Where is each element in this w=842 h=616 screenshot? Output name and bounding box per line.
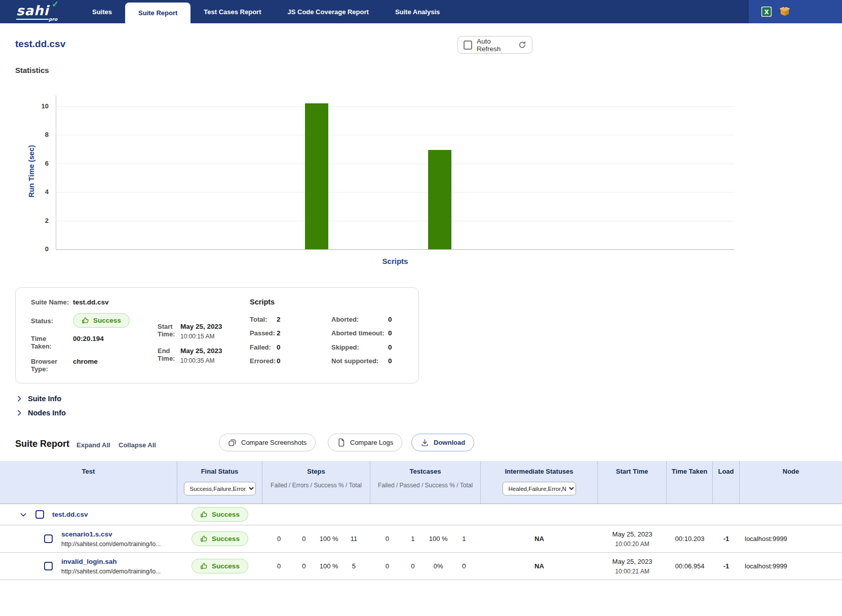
suite-name-value: test.dd.csv — [73, 298, 109, 306]
compare-screenshots-label: Compare Screenshots — [241, 439, 307, 446]
navbar-right: X — [749, 0, 842, 23]
collapse-all-link[interactable]: Collapse All — [119, 441, 156, 449]
expand-all-link[interactable]: Expand All — [76, 441, 110, 449]
suite-row-checkbox[interactable] — [35, 510, 44, 519]
y-tick-label: 2 — [0, 217, 49, 224]
intermediate-status: NA — [534, 535, 544, 543]
load-cell: -1 — [723, 535, 730, 543]
download-label: Download — [434, 439, 465, 446]
download-button[interactable]: Download — [411, 434, 474, 451]
final-status-filter-select[interactable]: Success,Failure,Error,A — [184, 482, 256, 495]
compare-logs-icon — [337, 438, 346, 447]
stat-passed-value: 2 — [277, 329, 281, 337]
suite-report-page: sahi ✓ pro Suites Suite Report Test Case… — [0, 0, 842, 616]
col-header-start-time: Start Time — [598, 461, 667, 504]
compare-logs-label: Compare Logs — [350, 439, 393, 446]
tab-suites[interactable]: Suites — [79, 0, 125, 23]
table-row-script: invalid_login.sah http://sahitest.com/de… — [0, 553, 842, 580]
thumbs-up-icon — [200, 562, 208, 570]
stat-failed-value: 0 — [277, 343, 281, 351]
download-icon — [420, 438, 429, 447]
status-badge: Success — [192, 559, 248, 573]
tab-suite-report[interactable]: Suite Report — [125, 3, 190, 23]
y-tick-label: 10 — [0, 102, 49, 110]
nodes-info-expander[interactable]: Nodes Info — [15, 409, 66, 417]
gridline — [56, 192, 735, 192]
start-time-label: Start Time: — [158, 323, 175, 338]
suite-row-name[interactable]: test.dd.csv — [52, 511, 88, 518]
suite-report-table: Test Final Status Success,Failure,Error,… — [0, 461, 842, 580]
suite-info-label: Suite Info — [28, 395, 61, 403]
package-icon[interactable] — [779, 6, 790, 17]
statistics-heading: Statistics — [15, 66, 49, 74]
compare-screenshots-button[interactable]: Compare Screenshots — [219, 434, 316, 451]
scripts-stats-title: Scripts — [250, 298, 275, 306]
script-name-link[interactable]: scenario1.s.csv — [61, 530, 161, 538]
svg-text:X: X — [764, 9, 769, 16]
table-row-suite: test.dd.csv Success — [0, 504, 842, 525]
thumbs-up-icon — [82, 317, 89, 324]
steps-sublabel: Failed / Errors / Success % / Total — [271, 482, 362, 489]
time-taken-label: Time Taken: — [31, 335, 52, 350]
stat-errored-value: 0 — [277, 357, 281, 365]
y-axis-line — [56, 95, 56, 249]
testcases-values: 00 0%0 — [370, 562, 481, 570]
stat-not-supported-value: 0 — [388, 357, 392, 365]
tab-suite-analysis[interactable]: Suite Analysis — [382, 0, 453, 23]
suite-report-heading: Suite Report — [15, 439, 69, 449]
stat-skipped-label: Skipped: — [331, 343, 359, 351]
stat-errored-label: Errored: — [250, 357, 276, 365]
chart-x-axis-label: Scripts — [56, 257, 735, 265]
col-header-node: Node — [740, 461, 842, 504]
refresh-icon[interactable] — [518, 41, 526, 49]
chevron-down-icon[interactable] — [19, 511, 27, 519]
run-time-bar-chart: Run Time (sec) 0246810 Scripts — [0, 86, 842, 274]
stat-aborted-value: 0 — [388, 316, 392, 323]
col-header-load: Load — [713, 461, 740, 504]
excel-export-icon[interactable]: X — [761, 6, 772, 17]
browser-type-label: Browser Type: — [31, 358, 57, 373]
time-taken-cell: 00:10.203 — [675, 535, 705, 543]
end-time-value: 10:00:35 AM — [180, 357, 214, 364]
tab-js-code-coverage-report[interactable]: JS Code Coverage Report — [275, 0, 382, 23]
gridline — [56, 164, 735, 164]
testcases-sublabel: Failed / Passed / Success % / Total — [378, 482, 473, 489]
gridline — [56, 135, 735, 135]
col-header-time-taken: Time Taken — [667, 461, 713, 504]
start-date-value: May 25, 2023 — [180, 323, 222, 330]
stat-failed-label: Failed: — [250, 343, 271, 351]
bar-invalid_login.sah — [428, 150, 451, 249]
testcases-values: 01 100 %1 — [370, 535, 481, 543]
compare-screenshots-icon — [228, 438, 237, 447]
table-header: Test Final Status Success,Failure,Error,… — [0, 461, 842, 504]
node-cell: localhost:9999 — [745, 562, 787, 570]
compare-logs-button[interactable]: Compare Logs — [328, 434, 402, 451]
page-title: test.dd.csv — [15, 38, 65, 50]
auto-refresh-control: Auto Refresh — [457, 36, 532, 54]
stat-aborted-timeout-value: 0 — [388, 329, 392, 337]
checkmark-icon: ✓ — [52, 0, 59, 10]
logo-sub: pro — [49, 17, 57, 22]
y-tick-label: 4 — [0, 188, 49, 196]
col-header-testcases: Testcases Failed / Passed / Success % / … — [370, 461, 481, 504]
script-row-checkbox[interactable] — [44, 562, 53, 570]
script-row-checkbox[interactable] — [44, 534, 53, 543]
suite-info-expander[interactable]: Suite Info — [15, 395, 61, 403]
script-url: http://sahitest.com/demo/training/lo... — [61, 568, 161, 575]
col-header-test: Test — [0, 461, 177, 504]
start-time-cell: May 25, 2023 10:00:21 AM — [613, 558, 653, 575]
stat-aborted-label: Aborted: — [331, 316, 359, 323]
status-label: Status: — [31, 317, 53, 325]
status-badge: Success — [192, 507, 248, 522]
intermediate-status-filter-select[interactable]: Healed,Failure,Error,NA — [503, 482, 576, 495]
col-header-steps: Steps Failed / Errors / Success % / Tota… — [262, 461, 370, 504]
y-tick-label: 6 — [0, 160, 49, 167]
load-cell: -1 — [723, 562, 730, 570]
navbar: sahi ✓ pro Suites Suite Report Test Case… — [0, 0, 842, 23]
nav-tabs: Suites Suite Report Test Cases Report JS… — [79, 0, 453, 23]
tab-test-cases-report[interactable]: Test Cases Report — [190, 0, 274, 23]
sahi-pro-logo[interactable]: sahi ✓ pro — [14, 0, 79, 23]
script-name-link[interactable]: invalid_login.sah — [61, 558, 161, 565]
auto-refresh-checkbox[interactable] — [464, 41, 472, 50]
browser-type-value: chrome — [73, 358, 98, 365]
